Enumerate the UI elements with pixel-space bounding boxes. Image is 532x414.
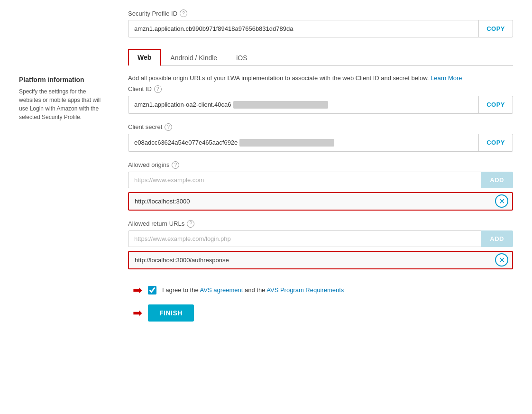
tab-web[interactable]: Web — [128, 49, 161, 66]
security-profile-copy-button[interactable]: COPY — [478, 20, 513, 37]
learn-more-link[interactable]: Learn More — [431, 74, 462, 82]
allowed-origins-add-button[interactable]: ADD — [481, 172, 513, 188]
client-secret-mask — [239, 139, 334, 147]
client-secret-section: Client secret ? e08adcc63624a54e077e465a… — [128, 123, 513, 152]
platform-info-description: Specify the settings for the websites or… — [19, 87, 109, 121]
allowed-origins-section: Allowed origins ? ADD ✕ — [128, 161, 513, 211]
client-id-help-icon[interactable]: ? — [154, 85, 162, 93]
agreement-checkbox[interactable] — [148, 286, 156, 294]
allowed-return-urls-help-icon[interactable]: ? — [187, 220, 194, 228]
tabs-section: Web Android / Kindle iOS Add all possibl… — [128, 49, 513, 269]
allowed-return-urls-added-input[interactable] — [129, 252, 495, 268]
client-secret-help-icon[interactable]: ? — [165, 123, 172, 131]
allowed-return-urls-input-row: ADD — [128, 230, 513, 247]
agreement-text: I agree to the AVS agreement and the AVS… — [162, 286, 344, 294]
tab-android[interactable]: Android / Kindle — [161, 49, 227, 66]
allowed-origins-help-icon[interactable]: ? — [172, 161, 179, 169]
client-id-section: Client ID ? amzn1.application-oa2-client… — [128, 85, 513, 114]
finish-row: ➡ FINISH — [133, 304, 513, 322]
security-profile-section: Security Profile ID ? COPY — [128, 9, 513, 37]
arrow-icon-finish: ➡ — [133, 306, 142, 320]
client-id-copy-button[interactable]: COPY — [478, 96, 513, 113]
security-profile-help-icon[interactable]: ? — [180, 9, 187, 17]
allowed-origins-added-item: ✕ — [128, 192, 513, 211]
tab-description: Add all possible origin URLs of your LWA… — [128, 74, 513, 83]
agreement-row: ➡ I agree to the AVS agreement and the A… — [133, 284, 513, 297]
client-id-label: Client ID ? — [128, 85, 513, 93]
left-panel: Platform information Specify the setting… — [19, 9, 123, 322]
allowed-origins-remove-button[interactable]: ✕ — [495, 194, 508, 208]
allowed-origins-added-input[interactable] — [129, 193, 495, 210]
allowed-origins-input-row: ADD — [128, 172, 513, 188]
avs-requirements-link[interactable]: AVS Program Requirements — [266, 286, 344, 294]
allowed-return-urls-label: Allowed return URLs ? — [128, 220, 513, 228]
client-id-field: amzn1.application-oa2-client.40ca6 COPY — [128, 96, 513, 114]
allowed-return-urls-added-item: ✕ — [128, 251, 513, 269]
client-secret-value: e08adcc63624a54e077e465aacf692e — [128, 134, 478, 151]
client-secret-copy-button[interactable]: COPY — [478, 134, 513, 151]
platform-info-heading: Platform information — [19, 76, 109, 83]
allowed-return-urls-section: Allowed return URLs ? ADD ✕ — [128, 220, 513, 269]
client-secret-field: e08adcc63624a54e077e465aacf692e COPY — [128, 134, 513, 152]
right-panel: Security Profile ID ? COPY Web Android /… — [123, 9, 513, 322]
security-profile-field: COPY — [128, 20, 513, 37]
tab-ios[interactable]: iOS — [227, 49, 257, 66]
allowed-origins-label: Allowed origins ? — [128, 161, 513, 169]
tabs-bar: Web Android / Kindle iOS — [128, 49, 513, 66]
avs-agreement-link[interactable]: AVS agreement — [200, 286, 243, 294]
client-id-value: amzn1.application-oa2-client.40ca6 — [128, 96, 478, 113]
finish-button[interactable]: FINISH — [148, 304, 194, 322]
client-secret-label: Client secret ? — [128, 123, 513, 131]
allowed-origins-input[interactable] — [128, 172, 481, 188]
security-profile-input[interactable] — [128, 20, 478, 37]
allowed-return-urls-add-button[interactable]: ADD — [481, 230, 513, 247]
allowed-return-urls-input[interactable] — [128, 230, 481, 247]
security-profile-label: Security Profile ID ? — [128, 9, 513, 17]
arrow-icon-agreement: ➡ — [133, 284, 142, 297]
client-id-mask — [233, 101, 328, 109]
agreement-section: ➡ I agree to the AVS agreement and the A… — [128, 284, 513, 322]
allowed-return-urls-remove-button[interactable]: ✕ — [495, 253, 508, 267]
